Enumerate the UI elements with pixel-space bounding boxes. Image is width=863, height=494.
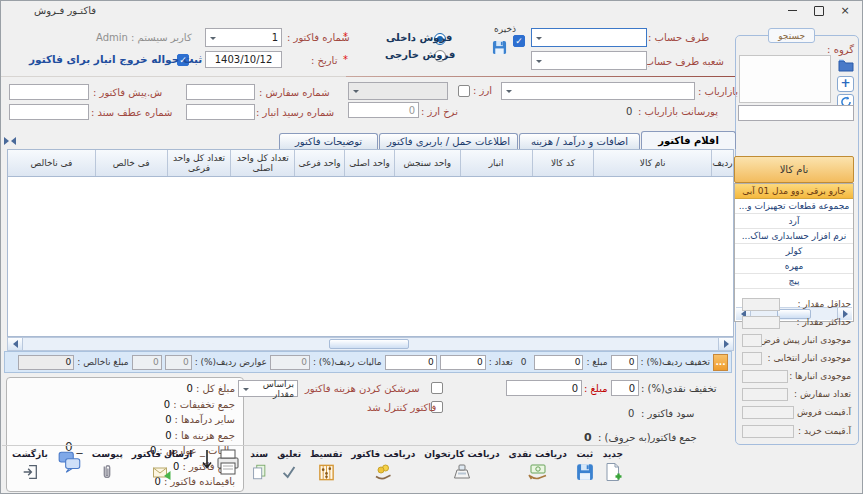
search-tab[interactable]: جستجو: [768, 28, 815, 43]
tab-invoice-items[interactable]: اقلام فاکتور: [641, 131, 736, 149]
column-header-net-price[interactable]: فی خالص: [95, 150, 167, 176]
product-search-input[interactable]: [738, 105, 854, 121]
order-no-input[interactable]: [186, 84, 255, 100]
cash-discount-label: تخفیف نقدی(%) :: [641, 383, 717, 394]
summary-row: سایر درآمدها :0: [7, 412, 235, 428]
account-party-combobox[interactable]: [531, 28, 647, 47]
column-header-total-main-unit[interactable]: تعداد کل واحد اصلی: [230, 150, 294, 176]
warehouse-receipt-no-input[interactable]: [186, 104, 255, 120]
column-header-total-sub-unit[interactable]: تعداد کل واحد فرعی: [167, 150, 231, 176]
send-invoice-button[interactable]: ارسال فاکتور: [132, 449, 192, 484]
group-listbox[interactable]: [739, 55, 831, 103]
marketer-combobox[interactable]: [501, 82, 695, 100]
tab-scroll-buttons[interactable]: [4, 137, 16, 145]
total-discounts-label: جمع تخفیفات :: [173, 399, 235, 410]
column-header-row[interactable]: ردیف: [711, 150, 733, 176]
close-button[interactable]: ×: [830, 1, 860, 20]
row-amount-input[interactable]: 0: [534, 355, 583, 370]
attachment-button[interactable]: پیوست: [92, 449, 123, 484]
column-header-sub-unit[interactable]: واحد فرعی: [294, 150, 344, 176]
currency-rate-input[interactable]: 0: [348, 102, 419, 118]
receive-invoice-button[interactable]: دریافت فاکتور: [351, 449, 415, 484]
max-quantity-field[interactable]: [742, 316, 780, 329]
product-list-header[interactable]: نام کالا: [734, 156, 854, 183]
currency-checkbox[interactable]: [458, 85, 470, 97]
gross-amount-input[interactable]: 0: [18, 355, 74, 370]
date-label: تاریخ :: [311, 55, 337, 66]
product-list-item[interactable]: مهره: [735, 259, 853, 274]
group-folder-icon[interactable]: [836, 58, 854, 73]
tab-scroll-left-icon[interactable]: [11, 137, 16, 145]
row-discount-input[interactable]: 0: [611, 355, 638, 370]
cash-amount-input[interactable]: 0: [506, 380, 582, 396]
print-with-arrow-icon: [201, 450, 241, 474]
scroll-left-icon[interactable]: [8, 338, 23, 350]
tab-additions-income-expense[interactable]: اضافات و درآمد / هزینه: [519, 133, 640, 149]
warehouses-stock-field[interactable]: [742, 370, 788, 383]
doc-ref-no-input[interactable]: [9, 104, 89, 120]
column-header-main-unit[interactable]: واحد اصلی: [344, 150, 394, 176]
cash-discount-input[interactable]: 0: [611, 380, 639, 396]
receive-cash-button[interactable]: دریافت نقدی: [508, 449, 566, 484]
row-count-extra-input[interactable]: 0: [385, 355, 437, 370]
tab-scroll-right-icon[interactable]: [4, 137, 9, 145]
product-list-item[interactable]: پیچ: [735, 274, 853, 289]
row-totals-bar: ... تخفیف ردیف(%) : 0 مبلغ : 0 0 تعداد :…: [4, 351, 732, 373]
warehouses-stock-label: موجودی انبارها :: [789, 371, 851, 381]
column-header-warehouse[interactable]: انبار: [460, 150, 532, 176]
foreign-sale-label: فروش خارجی: [385, 49, 455, 60]
column-header-product-name[interactable]: نام کالا: [593, 150, 711, 176]
row-duty-input[interactable]: 0: [165, 355, 192, 370]
commission-label: پورسانت بازاریاب :: [638, 106, 718, 117]
receive-card-reader-button[interactable]: دریافت کارتخوان: [424, 449, 499, 484]
items-table-body[interactable]: [7, 177, 734, 337]
column-header-product-code[interactable]: کد کالا: [532, 150, 594, 176]
last-purchase-price-label: آ.قیمت خرید :: [798, 426, 851, 436]
scrollbar-thumb[interactable]: [329, 339, 409, 349]
items-table-hscrollbar[interactable]: [7, 337, 734, 351]
default-warehouse-stock-field[interactable]: [742, 334, 762, 347]
last-sale-price-field[interactable]: [742, 406, 794, 419]
total-amount-label: مبلغ کل :: [196, 383, 235, 394]
summary-row: مبلغ کل :0: [7, 381, 235, 397]
order-count-field[interactable]: [742, 388, 788, 401]
product-list-item[interactable]: کولر: [735, 244, 853, 259]
invoice-no-combobox[interactable]: 1: [205, 28, 282, 47]
save-checkbox[interactable]: [513, 35, 525, 47]
spread-cost-mode-select[interactable]: براساس مقدار: [238, 380, 298, 397]
tab-invoice-notes[interactable]: توضیحات فاکتور: [279, 133, 378, 149]
warehouse-exit-label: ثبت حواله خروج انبار برای فاکتور: [29, 53, 202, 65]
save-button[interactable]: ثبت: [576, 449, 594, 484]
more-options-button[interactable]: ...: [713, 354, 728, 371]
row-tax-input[interactable]: 0: [270, 355, 310, 370]
back-button[interactable]: بازگشت: [12, 449, 48, 484]
new-button[interactable]: جدید: [603, 449, 623, 484]
scroll-right-icon[interactable]: [718, 338, 733, 350]
suspend-button[interactable]: تعلیق: [277, 449, 301, 484]
messages-button[interactable]: [57, 449, 83, 474]
column-header-gross-price[interactable]: فی ناخالص: [8, 150, 95, 176]
warehouse-receipt-no-label: شماره رسید انبار :: [256, 107, 334, 118]
order-count-label: تعداد سفارش :: [794, 389, 851, 399]
print-button[interactable]: [201, 449, 241, 474]
product-list-item[interactable]: آرد: [735, 214, 853, 229]
row-count-input[interactable]: 0: [440, 355, 486, 370]
date-input[interactable]: 1403/10/12: [205, 51, 282, 68]
min-quantity-field[interactable]: [742, 298, 780, 311]
row-duty-extra-input[interactable]: 0: [132, 355, 162, 370]
column-header-measure-unit[interactable]: واحد سنجش: [394, 150, 460, 176]
product-list-item[interactable]: مجموعه قطعات تجهیزات و...: [735, 199, 853, 214]
installment-button[interactable]: تقسیط: [310, 449, 342, 484]
selected-warehouse-stock-field[interactable]: [742, 352, 762, 365]
last-purchase-price-field[interactable]: [742, 425, 794, 438]
minimize-button[interactable]: [777, 1, 807, 20]
branch-combobox[interactable]: [531, 51, 647, 70]
last-sale-price-label: آ.قیمت فروش :: [791, 407, 851, 417]
document-button[interactable]: سند: [250, 449, 268, 484]
product-list-item[interactable]: نرم افزار حسابداری ساک...: [735, 229, 853, 244]
proforma-no-input[interactable]: [9, 84, 89, 100]
product-list-item[interactable]: جارو برقی دوو مدل 01 آبی: [735, 184, 853, 199]
group-add-icon[interactable]: +: [837, 76, 854, 92]
spread-cost-checkbox[interactable]: [431, 382, 443, 394]
tab-shipping-info[interactable]: اطلاعات حمل / باربری فاکتور: [379, 133, 518, 149]
